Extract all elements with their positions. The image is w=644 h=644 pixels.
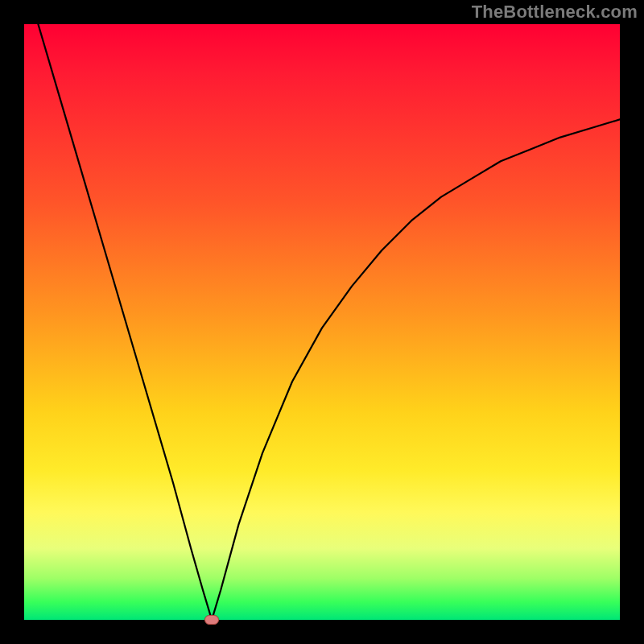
watermark-text: TheBottleneck.com xyxy=(472,2,638,23)
curve-svg xyxy=(24,24,620,620)
chart-frame: TheBottleneck.com xyxy=(0,0,644,644)
plot-area xyxy=(24,24,620,620)
optimum-marker xyxy=(204,615,219,625)
bottleneck-curve xyxy=(24,24,620,620)
